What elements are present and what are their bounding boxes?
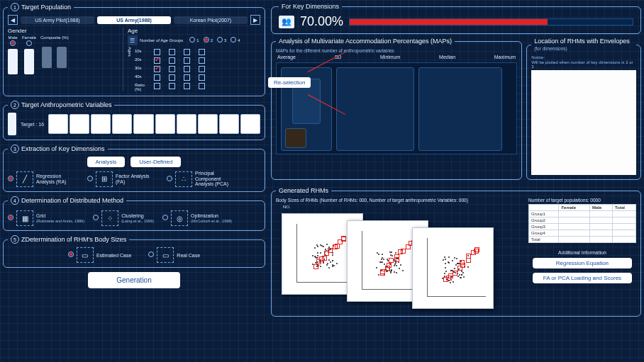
reselection-button[interactable]: Re-selection <box>268 77 311 88</box>
section-target-population: 1Target Population ◀ US Army Pilot(1988)… <box>3 3 265 96</box>
gender-title: Gender <box>8 28 118 34</box>
optim-icon: ◎ <box>171 210 188 226</box>
section-generated-rhms: Generated RHMs Body Sizes of RHMs (Numbe… <box>271 187 641 317</box>
age-groups-icon <box>128 35 138 45</box>
composite-male-icon <box>42 47 52 68</box>
tab-prev[interactable]: ◀ <box>8 15 18 25</box>
people-icon <box>279 16 294 28</box>
opt-grid[interactable] <box>8 215 13 220</box>
section-anthro-vars: 2Target Anthropometric Variables Target … <box>3 101 265 140</box>
age-n4[interactable] <box>231 37 236 43</box>
section-maps: Analysis of Multivariate Accommodation P… <box>271 38 522 180</box>
opt-ra[interactable] <box>8 176 13 181</box>
age-n3[interactable] <box>217 37 223 43</box>
opt-pca[interactable] <box>167 176 172 181</box>
opt-optimization[interactable] <box>162 215 168 220</box>
regression-eq-button[interactable]: Regression Equation <box>533 258 632 268</box>
section1-title: Target Population <box>21 4 71 11</box>
tab-1[interactable]: US Army(1988) <box>97 16 171 24</box>
gender-female-radio[interactable] <box>26 40 32 46</box>
generation-button[interactable]: Generation <box>88 272 179 288</box>
age-n2[interactable] <box>204 37 209 43</box>
tab-0[interactable]: US Army Pilot(1988) <box>21 16 94 24</box>
regression-icon: ╱ <box>16 171 33 187</box>
section-location-rhms: Location of RHMs with Envelopes (for dim… <box>526 38 641 180</box>
opt-real[interactable] <box>148 251 154 257</box>
age-title: Age <box>128 28 260 34</box>
var-slot[interactable] <box>48 114 68 134</box>
composite-female-icon <box>57 47 67 68</box>
section-body-sizes: 5ZDetermination of RHM's Body Sizes ▭Est… <box>3 235 265 268</box>
pca-icon: ∴ <box>175 171 192 187</box>
cluster-icon: ⁘ <box>101 210 118 226</box>
section-extraction: 3Extraction of Key Dimensions Analysis U… <box>3 145 265 192</box>
progress-bar <box>349 18 633 26</box>
factor-icon: ⊞ <box>96 171 113 187</box>
age-n1[interactable] <box>189 37 195 43</box>
body-figure-icon <box>8 113 16 135</box>
fa-pca-button[interactable]: FA or PCA Loading and Scores <box>533 273 632 283</box>
location-plot-area <box>531 70 636 175</box>
user-defined-button[interactable]: User-Defined <box>131 157 181 167</box>
section-key-dimensions: For Key Dimensions 70.00% <box>271 3 641 34</box>
grid-icon: ▦ <box>16 210 33 226</box>
real-icon: ▭ <box>157 247 174 263</box>
target-count: Target : 16 <box>21 122 44 127</box>
male-figure-icon <box>8 49 18 74</box>
analysis-button[interactable]: Analysis <box>87 157 126 167</box>
section-dist-method: 4Determination of Distributed Method ▦Gr… <box>3 196 265 231</box>
opt-clustering[interactable] <box>93 215 99 220</box>
maps-preview-image <box>276 62 517 154</box>
tab-next[interactable]: ▶ <box>250 15 260 25</box>
female-figure-icon <box>24 49 34 74</box>
tab-2[interactable]: Korean Pilot(2007) <box>174 16 248 24</box>
scatter-plots <box>276 209 524 312</box>
key-pct: 70.00% <box>300 14 343 29</box>
gender-male-radio[interactable] <box>10 40 16 46</box>
population-table: FemaleMaleTotal Group1 Group2 Group3 Gro… <box>528 204 636 243</box>
opt-fa[interactable] <box>87 176 93 181</box>
estimated-icon: ▭ <box>77 247 94 263</box>
opt-estimated[interactable] <box>68 251 74 257</box>
